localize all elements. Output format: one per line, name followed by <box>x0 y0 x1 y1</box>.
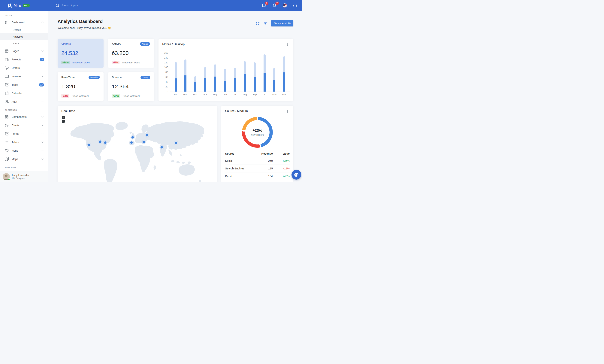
sidebar-user[interactable]: Lucy Lavender UX Designer <box>0 171 48 182</box>
sidebar-item-pages[interactable]: Pages <box>0 47 48 55</box>
donut-center-value: +23% <box>252 128 262 133</box>
stat-period-badge: Yearly <box>140 75 150 79</box>
sidebar-item-tables[interactable]: Tables <box>0 138 48 146</box>
x-axis-label: Jan <box>172 93 178 96</box>
sidebar-item-dashboard[interactable]: Dashboard <box>0 18 48 26</box>
sidebar-item-calendar[interactable]: Calendar <box>0 89 48 97</box>
mira-logo-icon <box>7 3 12 8</box>
table-header-source: Source <box>225 150 255 157</box>
stat-delta-chip: +27% <box>112 94 120 98</box>
cell-revenue: 260 <box>255 157 274 165</box>
stat-caption: Since last week <box>72 61 90 64</box>
stat-caption: Since last week <box>72 95 89 97</box>
sidebar-item-projects[interactable]: Projects8 <box>0 55 48 63</box>
map-marker <box>146 134 148 137</box>
chart-menu-button[interactable] <box>286 43 289 47</box>
palette-icon <box>294 172 299 177</box>
chevron-down-icon <box>41 132 44 135</box>
bar-jun <box>224 69 226 92</box>
sidebar-item-invoices[interactable]: Invoices <box>0 72 48 80</box>
source-medium-card: Source / Medium +23% new visitors Source… <box>221 106 293 182</box>
stacked-bar-chart: 020406080100120140160 <box>170 53 290 92</box>
language-button[interactable] <box>282 3 287 8</box>
brand-name: Mira <box>14 3 21 8</box>
more-vertical-icon <box>286 110 289 113</box>
chevron-up-icon <box>41 21 44 24</box>
sidebar-subitem-saas[interactable]: SaaS <box>0 40 48 47</box>
bar-mar <box>194 76 196 92</box>
sidebar-item-label: Pages <box>12 50 41 52</box>
sidebar-item-auth[interactable]: Auth <box>0 97 48 106</box>
map-marker <box>161 146 163 149</box>
more-vertical-icon <box>286 43 289 46</box>
stat-title: Real-Time <box>61 75 75 79</box>
sidebar-section-label: PAGES <box>0 11 48 18</box>
x-axis-label: Feb <box>182 93 189 96</box>
x-axis-label: Oct <box>261 93 268 96</box>
stat-period-badge: Monthly <box>88 75 100 79</box>
stat-card-real-time: Real-TimeMonthly1.320-18%Since last week <box>58 72 103 101</box>
cell-value: -12% <box>274 165 289 172</box>
x-axis-label: Sep <box>251 93 258 96</box>
bar-may <box>214 64 216 92</box>
bar-jan <box>175 62 177 92</box>
y-axis-tick: 60 <box>162 76 168 78</box>
map-icon <box>5 157 9 161</box>
x-axis-label: Aug <box>242 93 248 96</box>
refresh-button[interactable] <box>255 21 260 26</box>
sidebar-item-label: Tables <box>12 141 41 144</box>
chevron-down-icon <box>41 157 44 161</box>
x-axis-label: Mar <box>192 93 199 96</box>
filter-button[interactable] <box>263 21 268 26</box>
sidebar-item-icons[interactable]: Icons <box>0 146 48 155</box>
x-axis-label: Jun <box>222 93 228 96</box>
sidebar-item-orders[interactable]: Orders <box>0 63 48 72</box>
source-menu-button[interactable] <box>286 109 289 113</box>
bar-feb <box>184 60 187 92</box>
sidebar-item-label: Maps <box>12 158 41 161</box>
sidebar-section-label: ELEMENTS <box>0 106 48 113</box>
sidebar-subitem-analytics[interactable]: Analytics <box>0 33 48 40</box>
x-axis-label: Jul <box>232 93 238 96</box>
map-marker <box>130 141 133 144</box>
y-axis-tick: 80 <box>162 71 168 74</box>
stat-value: 63.200 <box>112 50 150 56</box>
sidebar-item-tasks[interactable]: Tasks17 <box>0 80 48 89</box>
sidebar-item-maps[interactable]: Maps <box>0 155 48 163</box>
stat-title: Activity <box>112 42 121 46</box>
online-status-dot <box>8 178 10 180</box>
stat-card-visitors: Visitors24.532+14%Since last week <box>58 39 103 68</box>
sidebar-item-forms[interactable]: Forms <box>0 129 48 138</box>
sidebar-section-label: MIRA PRO <box>0 163 48 170</box>
messages-button[interactable]: 3 <box>262 3 266 8</box>
stat-delta-chip: +14% <box>61 61 70 64</box>
x-axis-label: Apr <box>202 93 208 96</box>
global-search <box>56 4 103 8</box>
bar-oct <box>264 54 266 92</box>
sidebar-item-charts[interactable]: Charts <box>0 121 48 129</box>
map-zoom-out-button[interactable]: − <box>62 120 65 123</box>
pro-badge: PRO <box>23 4 30 7</box>
brand[interactable]: Mira PRO <box>0 3 48 8</box>
calendar-icon <box>5 91 9 95</box>
sidebar-item-label: Components <box>12 115 41 118</box>
stat-value: 1.320 <box>61 84 100 90</box>
y-axis-tick: 100 <box>162 66 168 69</box>
cell-value: +46% <box>274 172 289 180</box>
search-input[interactable] <box>62 4 103 7</box>
sidebar-subitem-default[interactable]: Default <box>0 26 48 33</box>
date-range-button[interactable]: Today: April 29 <box>271 20 293 26</box>
sidebar-item-components[interactable]: Components <box>0 113 48 121</box>
sign-out-button[interactable] <box>293 3 298 8</box>
table-row-search-engines: Search Engines125-12% <box>225 165 289 172</box>
bar-jul <box>234 68 236 92</box>
notifications-button[interactable]: 7 <box>272 3 277 8</box>
map-marker <box>99 140 101 143</box>
stat-value: 24.532 <box>61 50 100 56</box>
theme-settings-button[interactable] <box>291 170 301 180</box>
map-zoom-in-button[interactable]: + <box>62 116 65 119</box>
y-axis-tick: 40 <box>162 81 168 83</box>
cell-value: +35% <box>274 157 289 165</box>
navbar-actions: 3 7 <box>262 3 302 8</box>
cell-source: Search Engines <box>225 165 255 172</box>
